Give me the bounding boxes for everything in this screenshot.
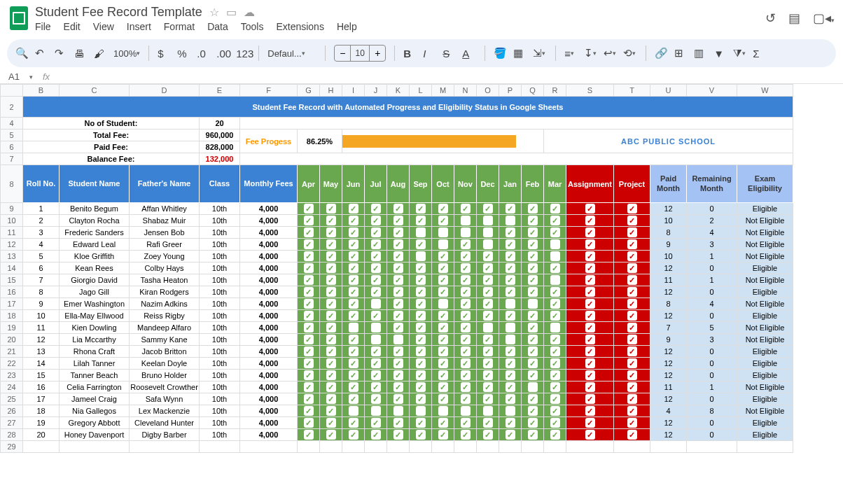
checkbox-icon[interactable]: ✓	[438, 239, 448, 249]
cell-month[interactable]: ✓	[410, 346, 432, 358]
checkbox-icon[interactable]: ✓	[585, 287, 595, 297]
cell-month[interactable]: ✓	[477, 227, 499, 239]
checkbox-icon[interactable]: ✓	[393, 358, 403, 368]
checkbox-icon[interactable]: ✓	[326, 251, 336, 261]
row-header[interactable]: 10	[1, 215, 23, 227]
checkbox-icon[interactable]: ✓	[550, 311, 560, 321]
cell-month[interactable]: ✓	[320, 262, 342, 274]
checkbox-icon[interactable]: ✓	[371, 239, 381, 249]
cell-month[interactable]: ✓	[298, 358, 320, 370]
row-header[interactable]: 23	[1, 370, 23, 382]
cell-month[interactable]: ✓	[320, 298, 342, 310]
cell-month[interactable]: ✓	[522, 346, 544, 358]
cell-month[interactable]: ✓	[454, 334, 477, 346]
cell-fee[interactable]: 4,000	[240, 239, 298, 251]
checkbox-icon[interactable]: ✓	[506, 358, 515, 368]
cell-paid[interactable]: 10	[650, 215, 687, 227]
cell-month[interactable]: ✓	[320, 239, 342, 251]
checkbox-icon[interactable]: ✓	[304, 299, 314, 309]
cell-month[interactable]: ✓	[298, 405, 320, 417]
cell-assign[interactable]: ✓	[566, 346, 614, 358]
checkbox-icon[interactable]: ✓	[461, 311, 471, 321]
cell-month[interactable]: ✓	[365, 203, 387, 215]
checkbox-icon[interactable]: ✓	[483, 335, 493, 344]
checkbox-icon[interactable]: ✓	[326, 216, 336, 225]
cell-month[interactable]: ✓	[320, 251, 342, 262]
col-header[interactable]: Q	[522, 85, 544, 97]
col-header[interactable]: R	[544, 85, 566, 97]
cell-assign[interactable]: ✓	[566, 286, 614, 298]
cell-month[interactable]: ✓	[522, 382, 544, 393]
checkbox-icon[interactable]: ✓	[627, 311, 637, 321]
cell-remain[interactable]: 0	[687, 346, 737, 358]
cell-proj[interactable]: ✓	[614, 334, 650, 346]
cell-month[interactable]: ✓	[298, 298, 320, 310]
col-header[interactable]: U	[650, 85, 687, 97]
cell-month[interactable]: ✓	[477, 370, 499, 382]
checkbox-icon[interactable]: ✓	[349, 239, 358, 249]
cell-month[interactable]: ✓	[454, 227, 477, 239]
cell-month[interactable]: ✓	[499, 286, 522, 298]
checkbox-icon[interactable]: ✓	[326, 382, 336, 392]
checkbox-icon[interactable]: ✓	[326, 335, 336, 344]
cell-proj[interactable]: ✓	[614, 382, 650, 393]
checkbox-icon[interactable]: ✓	[438, 263, 448, 273]
cell-class[interactable]: 10th	[200, 393, 240, 405]
checkbox-icon[interactable]: ✓	[627, 299, 637, 309]
col-header[interactable]: S	[566, 85, 614, 97]
checkbox-icon[interactable]: ✓	[371, 382, 381, 392]
cell-father[interactable]: Lex Mackenzie	[130, 405, 200, 417]
cell-fee[interactable]: 4,000	[240, 322, 298, 334]
cell-month[interactable]: ✓	[342, 227, 365, 239]
text-color-icon[interactable]: A	[462, 48, 476, 59]
cell-month[interactable]: ✓	[387, 298, 410, 310]
cell-month[interactable]: ✓	[432, 286, 454, 298]
cell-month[interactable]: ✓	[432, 370, 454, 382]
cell-month[interactable]: ✓	[365, 251, 387, 262]
checkbox-icon[interactable]: ✓	[483, 251, 493, 261]
col-header[interactable]: J	[365, 85, 387, 97]
checkbox-icon[interactable]: ✓	[416, 323, 426, 332]
cell-month[interactable]: ✓	[342, 215, 365, 227]
cell-assign[interactable]: ✓	[566, 358, 614, 370]
checkbox-icon[interactable]: ✓	[550, 335, 560, 344]
cell-fee[interactable]: 4,000	[240, 346, 298, 358]
cell-roll[interactable]: 16	[23, 382, 60, 393]
currency-icon[interactable]: $	[158, 48, 172, 59]
cell-proj[interactable]: ✓	[614, 215, 650, 227]
checkbox-icon[interactable]: ✓	[438, 227, 448, 237]
cell-roll[interactable]: 6	[23, 262, 60, 274]
cell-month[interactable]: ✓	[477, 346, 499, 358]
checkbox-icon[interactable]: ✓	[585, 227, 595, 237]
cell-roll[interactable]: 4	[23, 239, 60, 251]
cell-month[interactable]: ✓	[544, 274, 566, 286]
checkbox-icon[interactable]: ✓	[393, 287, 403, 297]
checkbox-icon[interactable]: ✓	[483, 418, 493, 428]
cell-month[interactable]: ✓	[544, 405, 566, 417]
cell-month[interactable]: ✓	[365, 417, 387, 429]
cell-month[interactable]: ✓	[410, 310, 432, 322]
menu-view[interactable]: View	[93, 21, 114, 32]
cell-month[interactable]: ✓	[410, 370, 432, 382]
cell-month[interactable]: ✓	[365, 227, 387, 239]
checkbox-icon[interactable]: ✓	[371, 216, 381, 225]
cell-month[interactable]: ✓	[298, 310, 320, 322]
checkbox-icon[interactable]: ✓	[627, 239, 637, 249]
row-header[interactable]: 7	[1, 153, 23, 165]
checkbox-icon[interactable]: ✓	[461, 263, 471, 273]
cell-elig[interactable]: Eligible	[737, 262, 793, 274]
checkbox-icon[interactable]: ✓	[438, 204, 448, 214]
cell-month[interactable]: ✓	[432, 239, 454, 251]
checkbox-icon[interactable]: ✓	[550, 430, 560, 440]
cell-assign[interactable]: ✓	[566, 429, 614, 441]
cell-fee[interactable]: 4,000	[240, 227, 298, 239]
cell-assign[interactable]: ✓	[566, 203, 614, 215]
cell-month[interactable]: ✓	[499, 322, 522, 334]
checkbox-icon[interactable]: ✓	[528, 251, 538, 261]
checkbox-icon[interactable]: ✓	[528, 216, 538, 225]
cell-month[interactable]: ✓	[477, 274, 499, 286]
cell-month[interactable]: ✓	[387, 203, 410, 215]
cell-month[interactable]: ✓	[499, 227, 522, 239]
move-icon[interactable]: ▭	[226, 6, 237, 19]
col-header[interactable]: T	[614, 85, 650, 97]
